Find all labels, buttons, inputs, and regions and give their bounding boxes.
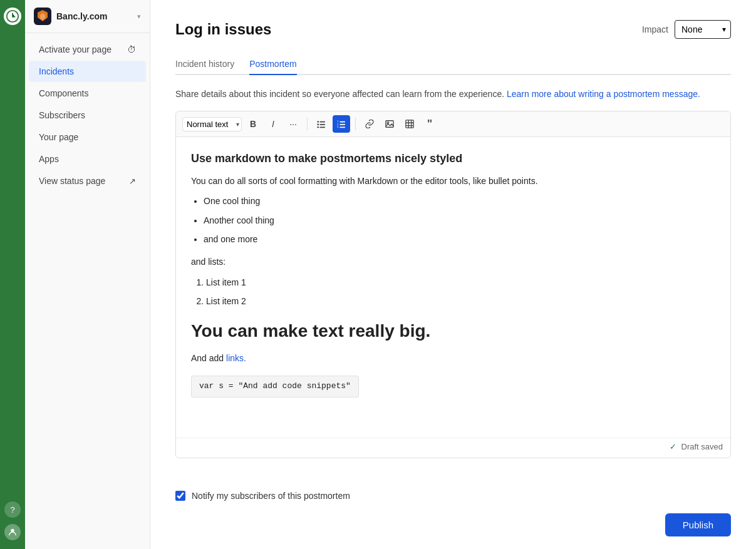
tab-incident-history[interactable]: Incident history (175, 54, 234, 75)
text-format-wrapper: Normal text Heading 1 Heading 2 Heading … (182, 117, 242, 131)
sidebar-item-activate[interactable]: Activate your page ⏱ (29, 39, 146, 60)
svg-point-7 (317, 126, 319, 128)
editor-big-heading: You can make text really big. (191, 317, 715, 346)
user-icon[interactable] (4, 524, 21, 540)
editor-numbered-list: List item 1 List item 2 (206, 275, 715, 309)
sidebar-item-label: Activate your page (39, 44, 111, 54)
list-item: List item 2 (206, 294, 715, 308)
sidebar-item-apps[interactable]: Apps (29, 148, 146, 170)
timer-icon: ⏱ (127, 44, 136, 54)
link-button[interactable] (361, 115, 378, 133)
list-item: Another cool thing (204, 213, 715, 227)
more-button[interactable]: ··· (284, 115, 302, 133)
quote-button[interactable]: " (421, 115, 438, 133)
svg-point-3 (317, 121, 319, 123)
publish-button[interactable]: Publish (665, 513, 731, 536)
tabs-bar: Incident history Postmortem (175, 54, 731, 75)
learn-more-link[interactable]: Learn more about writing a postmortem me… (507, 89, 700, 99)
check-icon: ✓ (670, 442, 676, 451)
svg-rect-4 (319, 121, 325, 123)
left-rail: ? (0, 0, 25, 549)
sidebar-header[interactable]: Banc.ly.com ▾ (25, 0, 150, 33)
svg-rect-8 (319, 126, 325, 128)
list-item: One cool thing (204, 194, 715, 208)
sidebar-item-view-status[interactable]: View status page ↗ (29, 170, 146, 192)
sidebar-item-subscribers[interactable]: Subscribers (29, 105, 146, 126)
company-logo (34, 8, 51, 25)
help-icon[interactable]: ? (4, 501, 21, 518)
unordered-list-button[interactable] (313, 115, 330, 133)
toolbar-divider (307, 118, 308, 130)
page-title: Log in issues (175, 21, 271, 38)
sidebar-item-label: Incidents (39, 66, 74, 76)
impact-select-wrapper: None Minor Major Critical (675, 20, 731, 39)
editor-lists-intro: and lists: (191, 255, 715, 269)
list-item: List item 1 (206, 275, 715, 289)
editor-bullet-list: One cool thing Another cool thing and on… (204, 194, 715, 246)
editor-code-block: var s = "And add code snippets" (191, 372, 715, 398)
main-content: Log in issues Impact None Minor Major Cr… (150, 0, 756, 491)
company-name: Banc.ly.com (56, 11, 132, 21)
editor-para1: You can do all sorts of cool formatting … (191, 174, 715, 188)
italic-button[interactable]: I (264, 115, 282, 133)
impact-label: Impact (642, 24, 668, 34)
sidebar-item-label: Components (39, 88, 88, 98)
svg-rect-10 (339, 121, 345, 123)
editor-link-para: And add links. (191, 351, 715, 365)
editor-body[interactable]: Use markdown to make postmortems nicely … (176, 137, 730, 438)
ordered-list-button[interactable]: 1. 2. 3. (333, 115, 350, 133)
svg-point-5 (317, 124, 319, 126)
rail-bottom-icons: ? (4, 501, 21, 549)
impact-select[interactable]: None Minor Major Critical (675, 20, 731, 39)
editor-link[interactable]: links. (226, 353, 246, 363)
svg-rect-6 (319, 124, 325, 125)
draft-saved-status: ✓ Draft saved (176, 438, 730, 458)
editor-heading: Use markdown to make postmortems nicely … (191, 150, 715, 168)
editor-container: Normal text Heading 1 Heading 2 Heading … (175, 111, 731, 458)
description-text: Share details about this incident so eve… (175, 88, 731, 101)
svg-rect-17 (406, 120, 413, 128)
external-link-icon: ↗ (129, 177, 136, 186)
notify-label: Notify my subscribers of this postmortem (192, 491, 350, 501)
sidebar-item-your-page[interactable]: Your page (29, 126, 146, 148)
table-button[interactable] (401, 115, 418, 133)
svg-point-16 (387, 122, 389, 124)
svg-rect-14 (339, 126, 345, 128)
footer-area: Notify my subscribers of this postmortem… (150, 491, 756, 549)
toolbar-divider-2 (355, 118, 356, 130)
image-button[interactable] (381, 115, 398, 133)
code-snippet: var s = "And add code snippets" (191, 376, 359, 398)
impact-group: Impact None Minor Major Critical (642, 20, 731, 39)
tab-postmortem[interactable]: Postmortem (249, 54, 296, 75)
page-header: Log in issues Impact None Minor Major Cr… (175, 20, 731, 39)
editor-toolbar: Normal text Heading 1 Heading 2 Heading … (176, 111, 730, 137)
svg-point-1 (11, 529, 14, 532)
notify-row: Notify my subscribers of this postmortem (175, 491, 731, 501)
publish-row: Publish (175, 513, 731, 536)
sidebar-item-label: Apps (39, 154, 59, 164)
main-area: Log in issues Impact None Minor Major Cr… (150, 0, 756, 549)
list-item: and one more (204, 232, 715, 246)
rail-logo (4, 8, 21, 25)
sidebar-item-label: Subscribers (39, 110, 85, 120)
bold-button[interactable]: B (244, 115, 262, 133)
notify-checkbox[interactable] (175, 491, 185, 501)
svg-text:3.: 3. (337, 125, 339, 128)
sidebar-item-label: Your page (39, 132, 78, 142)
text-format-select[interactable]: Normal text Heading 1 Heading 2 Heading … (182, 117, 242, 131)
sidebar: Banc.ly.com ▾ Activate your page ⏱ Incid… (25, 0, 150, 549)
svg-rect-12 (339, 124, 345, 125)
sidebar-item-components[interactable]: Components (29, 83, 146, 104)
sidebar-item-incidents[interactable]: Incidents (29, 61, 146, 82)
sidebar-item-label: View status page (39, 176, 105, 186)
chevron-down-icon: ▾ (137, 13, 141, 21)
sidebar-nav: Activate your page ⏱ Incidents Component… (25, 33, 150, 549)
